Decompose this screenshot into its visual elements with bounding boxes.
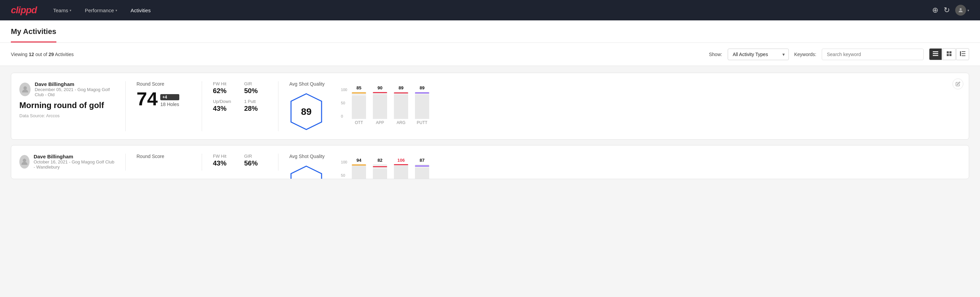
bar-ott-fill (352, 96, 366, 119)
bar-putt-2-container (415, 164, 429, 179)
keywords-label: Keywords: (794, 52, 816, 57)
bar-arg-2-value: 106 (397, 158, 405, 163)
stat-fw-hit-value: 43% (213, 160, 236, 167)
stat-gir: GIR 50% (244, 81, 267, 95)
svg-rect-3 (933, 55, 938, 56)
stat-fw-hit-value: 62% (213, 87, 236, 95)
bar-app: 90 APP (373, 85, 387, 125)
bar-arg-2-marker (394, 164, 408, 165)
user-menu[interactable]: ▾ (955, 5, 969, 16)
round-score-section: Round Score (137, 153, 191, 162)
bar-app-fill (373, 94, 387, 119)
y-label-100: 100 (341, 160, 347, 164)
activity-title: Morning round of golf (19, 101, 115, 110)
svg-rect-1 (933, 51, 938, 52)
search-input[interactable] (822, 49, 924, 60)
avatar (19, 83, 30, 96)
round-score-label: Round Score (137, 81, 191, 87)
nav-performance[interactable]: Performance ▾ (80, 5, 123, 16)
view-toggle-list-detail[interactable] (956, 48, 969, 60)
bar-arg-fill (394, 94, 408, 118)
shot-quality-section: Avg Shot Quality 100 50 0 94 (289, 153, 961, 179)
y-label-50: 50 (341, 101, 347, 105)
bar-ott: 85 OTT (352, 85, 366, 125)
score-row: 74 +4 18 Holes (137, 89, 191, 109)
bar-ott-label: OTT (355, 120, 363, 125)
bar-app-label: APP (376, 120, 384, 125)
nav-performance-label: Performance (85, 8, 114, 13)
nav-teams[interactable]: Teams ▾ (48, 5, 76, 16)
bar-ott-2: 94 OTT (352, 158, 366, 179)
nav-activities[interactable]: Activities (125, 5, 156, 16)
chart-wrapper: 100 50 0 85 OTT 90 (336, 88, 961, 125)
bar-arg: 89 ARG (394, 85, 408, 125)
user-details: Dave Billingham October 16, 2021 - Gog M… (33, 153, 115, 169)
card-user-info: Dave Billingham October 16, 2021 - Gog M… (19, 153, 115, 173)
header-right: ⊕ ↻ ▾ (932, 5, 969, 16)
stat-updown: Up/Down 43% (213, 99, 236, 112)
shot-quality-left: Avg Shot Quality (289, 153, 325, 179)
page-title-bar: My Activities (0, 21, 980, 43)
bar-app-2-fill (373, 169, 387, 179)
y-label-100: 100 (341, 88, 347, 92)
bar-arg-marker (394, 93, 408, 93)
bar-app-2-marker (373, 166, 387, 167)
nav-teams-label: Teams (53, 8, 68, 13)
bar-ott-2-fill (352, 166, 366, 179)
svg-point-12 (24, 86, 27, 90)
y-label-0: 0 (341, 114, 347, 118)
user-name: Dave Billingham (33, 153, 115, 160)
viewing-count: 12 (29, 52, 34, 57)
shot-quality-left: Avg Shot Quality 89 (289, 81, 325, 131)
bar-arg-value: 89 (399, 85, 403, 90)
bar-app-2-value: 82 (378, 158, 382, 163)
logo[interactable]: clippd (11, 5, 37, 16)
add-icon[interactable]: ⊕ (932, 6, 938, 14)
stat-fw-hit: FW Hit 62% (213, 81, 236, 95)
svg-rect-11 (962, 55, 966, 56)
y-label-50: 50 (341, 173, 347, 177)
bar-app-container (373, 92, 387, 119)
viewing-suffix: Activities (54, 52, 74, 57)
bar-putt-2: 87 PUTT (415, 158, 429, 179)
stat-updown-label: Up/Down (213, 99, 236, 104)
view-toggle-grid[interactable] (943, 48, 956, 60)
user-date: December 05, 2021 - Gog Magog Golf Club … (35, 87, 115, 97)
nav-activities-label: Activities (131, 8, 151, 13)
divider (125, 153, 126, 171)
refresh-icon[interactable]: ↻ (943, 6, 950, 14)
bar-putt-value: 89 (420, 85, 425, 90)
divider (202, 81, 202, 131)
bar-putt-label: PUTT (417, 120, 427, 125)
chart-bars-area: 100 50 0 94 OTT 82 (341, 160, 961, 179)
stat-gir-label: GIR (244, 153, 267, 159)
bar-ott-2-container (352, 164, 366, 179)
svg-point-0 (959, 8, 962, 10)
bar-putt: 89 PUTT (415, 85, 429, 125)
bar-app-2: 82 APP (373, 158, 387, 179)
bar-app-value: 90 (378, 85, 382, 90)
avatar (19, 155, 30, 169)
shot-quality-label: Avg Shot Quality (289, 81, 325, 87)
viewing-total: 29 (49, 52, 54, 57)
viewing-prefix: Viewing (11, 52, 29, 57)
svg-rect-2 (933, 53, 938, 54)
activity-type-select[interactable]: All Activity Types (728, 49, 789, 60)
viewing-info: Viewing 12 out of 29 Activities (11, 52, 703, 57)
hex-badge: 89 (289, 92, 323, 131)
user-menu-arrow: ▾ (967, 8, 969, 12)
view-toggle-list-compact[interactable] (929, 48, 942, 60)
svg-rect-7 (950, 54, 951, 56)
bar-ott-container (352, 92, 366, 119)
svg-rect-4 (947, 51, 949, 53)
score-badge: +4 (160, 94, 179, 100)
stat-updown-value: 43% (213, 105, 236, 112)
svg-rect-8 (960, 51, 961, 56)
user-name: Dave Billingham (35, 81, 115, 87)
view-toggles (929, 48, 969, 60)
hex-badge (289, 164, 323, 179)
stat-gir-value: 56% (244, 160, 267, 167)
stats-section: FW Hit 43% GIR 56% (213, 153, 267, 167)
shot-quality-label: Avg Shot Quality (289, 153, 325, 159)
user-row: Dave Billingham October 16, 2021 - Gog M… (19, 153, 115, 169)
